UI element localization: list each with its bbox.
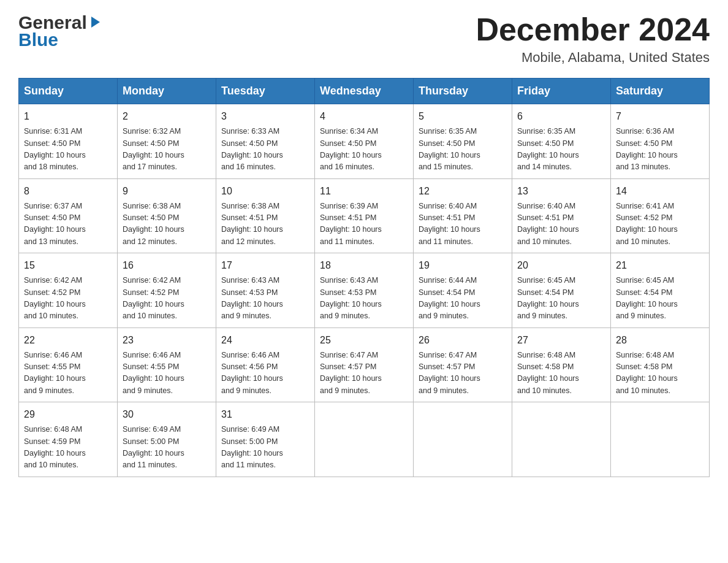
calendar-cell: 6Sunrise: 6:35 AMSunset: 4:50 PMDaylight… xyxy=(512,104,611,179)
svg-marker-0 xyxy=(91,17,100,28)
day-number: 30 xyxy=(123,407,211,422)
day-info: Sunrise: 6:40 AMSunset: 4:51 PMDaylight:… xyxy=(419,201,507,248)
day-number: 19 xyxy=(419,258,507,273)
day-number: 17 xyxy=(221,258,309,273)
calendar-cell: 12Sunrise: 6:40 AMSunset: 4:51 PMDayligh… xyxy=(414,178,512,253)
week-row-3: 15Sunrise: 6:42 AMSunset: 4:52 PMDayligh… xyxy=(19,253,710,328)
day-info: Sunrise: 6:48 AMSunset: 4:59 PMDaylight:… xyxy=(24,424,112,472)
day-info: Sunrise: 6:31 AMSunset: 4:50 PMDaylight:… xyxy=(24,126,112,174)
day-info: Sunrise: 6:44 AMSunset: 4:54 PMDaylight:… xyxy=(419,275,507,323)
day-info: Sunrise: 6:32 AMSunset: 4:50 PMDaylight:… xyxy=(123,126,211,174)
header-sunday: Sunday xyxy=(19,79,118,104)
day-number: 18 xyxy=(320,258,408,273)
page-header: General Blue December 2024 Mobile, Alaba… xyxy=(18,12,710,66)
calendar-cell xyxy=(414,402,512,477)
calendar-cell: 5Sunrise: 6:35 AMSunset: 4:50 PMDaylight… xyxy=(414,104,512,179)
day-number: 5 xyxy=(419,109,507,124)
day-info: Sunrise: 6:45 AMSunset: 4:54 PMDaylight:… xyxy=(616,275,704,323)
day-info: Sunrise: 6:49 AMSunset: 5:00 PMDaylight:… xyxy=(123,424,211,472)
day-number: 12 xyxy=(419,184,507,199)
calendar-cell: 15Sunrise: 6:42 AMSunset: 4:52 PMDayligh… xyxy=(19,253,118,328)
calendar-cell: 18Sunrise: 6:43 AMSunset: 4:53 PMDayligh… xyxy=(315,253,414,328)
day-info: Sunrise: 6:42 AMSunset: 4:52 PMDaylight:… xyxy=(123,275,211,323)
header-tuesday: Tuesday xyxy=(216,79,315,104)
calendar-cell: 26Sunrise: 6:47 AMSunset: 4:57 PMDayligh… xyxy=(414,327,512,402)
day-info: Sunrise: 6:37 AMSunset: 4:50 PMDaylight:… xyxy=(24,201,112,248)
calendar-cell: 10Sunrise: 6:38 AMSunset: 4:51 PMDayligh… xyxy=(216,178,315,253)
day-info: Sunrise: 6:38 AMSunset: 4:50 PMDaylight:… xyxy=(123,201,211,248)
day-info: Sunrise: 6:35 AMSunset: 4:50 PMDaylight:… xyxy=(419,126,507,174)
calendar-cell: 22Sunrise: 6:46 AMSunset: 4:55 PMDayligh… xyxy=(19,327,118,402)
calendar-cell: 30Sunrise: 6:49 AMSunset: 5:00 PMDayligh… xyxy=(118,402,216,477)
week-row-4: 22Sunrise: 6:46 AMSunset: 4:55 PMDayligh… xyxy=(19,327,710,402)
day-info: Sunrise: 6:43 AMSunset: 4:53 PMDaylight:… xyxy=(320,275,408,323)
calendar-cell: 7Sunrise: 6:36 AMSunset: 4:50 PMDaylight… xyxy=(611,104,710,179)
day-info: Sunrise: 6:43 AMSunset: 4:53 PMDaylight:… xyxy=(221,275,309,323)
week-row-1: 1Sunrise: 6:31 AMSunset: 4:50 PMDaylight… xyxy=(19,104,710,179)
day-number: 31 xyxy=(221,407,309,422)
header-saturday: Saturday xyxy=(611,79,710,104)
header-friday: Friday xyxy=(512,79,611,104)
day-info: Sunrise: 6:46 AMSunset: 4:55 PMDaylight:… xyxy=(24,350,112,397)
logo-blue-text: Blue xyxy=(18,29,58,50)
day-info: Sunrise: 6:39 AMSunset: 4:51 PMDaylight:… xyxy=(320,201,408,248)
day-info: Sunrise: 6:33 AMSunset: 4:50 PMDaylight:… xyxy=(221,126,309,174)
day-number: 21 xyxy=(616,258,704,273)
calendar-cell: 2Sunrise: 6:32 AMSunset: 4:50 PMDaylight… xyxy=(118,104,216,179)
day-number: 3 xyxy=(221,109,309,124)
day-number: 20 xyxy=(517,258,605,273)
day-info: Sunrise: 6:45 AMSunset: 4:54 PMDaylight:… xyxy=(517,275,605,323)
calendar-cell: 21Sunrise: 6:45 AMSunset: 4:54 PMDayligh… xyxy=(611,253,710,328)
day-number: 2 xyxy=(123,109,211,124)
day-number: 24 xyxy=(221,333,309,348)
day-info: Sunrise: 6:34 AMSunset: 4:50 PMDaylight:… xyxy=(320,126,408,174)
day-info: Sunrise: 6:47 AMSunset: 4:57 PMDaylight:… xyxy=(320,350,408,397)
day-info: Sunrise: 6:40 AMSunset: 4:51 PMDaylight:… xyxy=(517,201,605,248)
month-title: December 2024 xyxy=(476,12,710,47)
day-info: Sunrise: 6:48 AMSunset: 4:58 PMDaylight:… xyxy=(517,350,605,397)
day-info: Sunrise: 6:47 AMSunset: 4:57 PMDaylight:… xyxy=(419,350,507,397)
day-number: 29 xyxy=(24,407,112,422)
calendar-cell: 8Sunrise: 6:37 AMSunset: 4:50 PMDaylight… xyxy=(19,178,118,253)
day-number: 15 xyxy=(24,258,112,273)
logo-arrow-icon xyxy=(89,15,102,29)
calendar-cell: 31Sunrise: 6:49 AMSunset: 5:00 PMDayligh… xyxy=(216,402,315,477)
day-info: Sunrise: 6:46 AMSunset: 4:55 PMDaylight:… xyxy=(123,350,211,397)
calendar-cell: 25Sunrise: 6:47 AMSunset: 4:57 PMDayligh… xyxy=(315,327,414,402)
day-number: 8 xyxy=(24,184,112,199)
calendar-cell: 16Sunrise: 6:42 AMSunset: 4:52 PMDayligh… xyxy=(118,253,216,328)
calendar-cell: 29Sunrise: 6:48 AMSunset: 4:59 PMDayligh… xyxy=(19,402,118,477)
calendar-cell: 1Sunrise: 6:31 AMSunset: 4:50 PMDaylight… xyxy=(19,104,118,179)
calendar-cell xyxy=(611,402,710,477)
day-info: Sunrise: 6:42 AMSunset: 4:52 PMDaylight:… xyxy=(24,275,112,323)
week-row-5: 29Sunrise: 6:48 AMSunset: 4:59 PMDayligh… xyxy=(19,402,710,477)
day-info: Sunrise: 6:46 AMSunset: 4:56 PMDaylight:… xyxy=(221,350,309,397)
calendar-cell: 17Sunrise: 6:43 AMSunset: 4:53 PMDayligh… xyxy=(216,253,315,328)
calendar-cell xyxy=(315,402,414,477)
day-number: 1 xyxy=(24,109,112,124)
day-number: 11 xyxy=(320,184,408,199)
day-number: 7 xyxy=(616,109,704,124)
day-number: 10 xyxy=(221,184,309,199)
calendar-cell: 3Sunrise: 6:33 AMSunset: 4:50 PMDaylight… xyxy=(216,104,315,179)
calendar-cell: 11Sunrise: 6:39 AMSunset: 4:51 PMDayligh… xyxy=(315,178,414,253)
logo: General Blue xyxy=(18,12,102,50)
day-number: 4 xyxy=(320,109,408,124)
header-thursday: Thursday xyxy=(414,79,512,104)
day-number: 26 xyxy=(419,333,507,348)
calendar-cell: 24Sunrise: 6:46 AMSunset: 4:56 PMDayligh… xyxy=(216,327,315,402)
day-number: 22 xyxy=(24,333,112,348)
calendar-cell: 20Sunrise: 6:45 AMSunset: 4:54 PMDayligh… xyxy=(512,253,611,328)
day-number: 28 xyxy=(616,333,704,348)
day-number: 23 xyxy=(123,333,211,348)
calendar-cell: 27Sunrise: 6:48 AMSunset: 4:58 PMDayligh… xyxy=(512,327,611,402)
calendar-cell: 9Sunrise: 6:38 AMSunset: 4:50 PMDaylight… xyxy=(118,178,216,253)
calendar-cell: 13Sunrise: 6:40 AMSunset: 4:51 PMDayligh… xyxy=(512,178,611,253)
day-number: 6 xyxy=(517,109,605,124)
calendar-cell xyxy=(512,402,611,477)
day-number: 27 xyxy=(517,333,605,348)
calendar-cell: 14Sunrise: 6:41 AMSunset: 4:52 PMDayligh… xyxy=(611,178,710,253)
day-info: Sunrise: 6:48 AMSunset: 4:58 PMDaylight:… xyxy=(616,350,704,397)
week-row-2: 8Sunrise: 6:37 AMSunset: 4:50 PMDaylight… xyxy=(19,178,710,253)
day-number: 9 xyxy=(123,184,211,199)
